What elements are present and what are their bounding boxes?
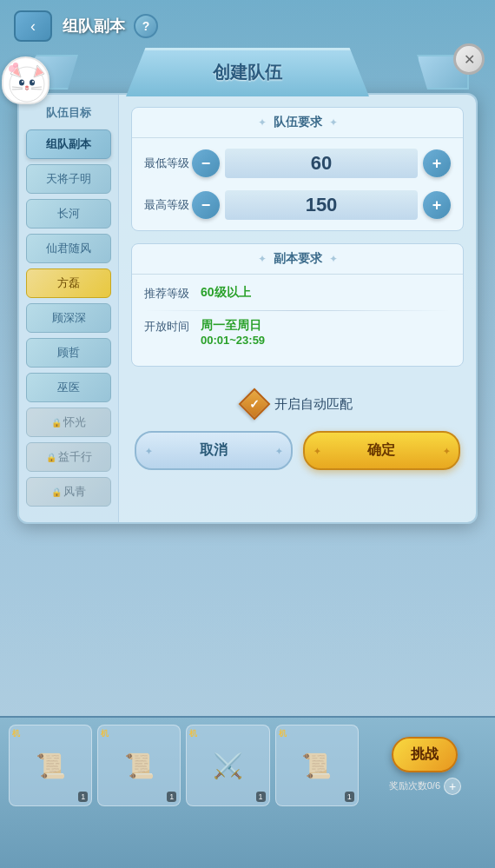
star-right: ✦ xyxy=(329,116,338,129)
min-level-decrease-button[interactable]: − xyxy=(192,149,220,177)
slot-4[interactable]: 机 📜 1 xyxy=(275,725,359,806)
mascot xyxy=(2,56,63,117)
max-level-value: 150 xyxy=(225,190,418,220)
slot-3-badge: 1 xyxy=(256,792,266,802)
lock-icon-huaiguang: 🔒 xyxy=(51,418,62,427)
svg-line-13 xyxy=(31,89,42,90)
help-icon: ? xyxy=(142,19,150,33)
sidebar-item-gushen[interactable]: 顾深深 xyxy=(26,303,111,333)
sidebar-item-label-changhe: 长河 xyxy=(57,207,80,220)
add-reward-button[interactable]: + xyxy=(444,778,461,795)
svg-point-15 xyxy=(13,63,18,68)
reward-count: 奖励次数0/6 + xyxy=(389,778,461,795)
challenge-button[interactable]: 挑战 xyxy=(392,737,458,772)
auto-match-label: 开启自动匹配 xyxy=(274,396,353,413)
min-level-value: 60 xyxy=(225,149,418,178)
slot-1[interactable]: 机 📜 1 xyxy=(9,725,92,806)
star-left-2: ✦ xyxy=(258,253,267,265)
sidebar-item-label-guzhe: 顾哲 xyxy=(57,346,80,359)
close-button[interactable]: ✕ xyxy=(453,43,485,75)
mascot-body xyxy=(2,56,50,104)
content-area: ✦ 队伍要求 ✦ 最低等级 − 60 + 最高等级 xyxy=(119,95,476,522)
slot-1-badge: 1 xyxy=(78,792,88,802)
slot-1-icon: 📜 xyxy=(36,752,66,780)
dungeon-req-header: ✦ 副本要求 ✦ xyxy=(132,244,463,274)
team-requirements-box: ✦ 队伍要求 ✦ 最低等级 − 60 + 最高等级 xyxy=(131,107,464,231)
team-req-header: ✦ 队伍要求 ✦ xyxy=(132,108,463,137)
max-level-row: 最高等级 − 150 + xyxy=(144,190,451,220)
confirm-button[interactable]: 确定 xyxy=(303,431,461,470)
sidebar-item-xianjun[interactable]: 仙君随风 xyxy=(26,234,111,263)
sidebar-item-wuyi[interactable]: 巫医 xyxy=(26,373,111,402)
recommended-level-row: 推荐等级 60级以上 xyxy=(144,285,451,301)
back-icon: ‹ xyxy=(30,17,36,36)
open-time-row: 开放时间 周一至周日 00:01~23:59 xyxy=(144,318,451,347)
lock-icon-fengqing: 🔒 xyxy=(51,487,62,497)
dungeon-req-content: 推荐等级 60级以上 开放时间 周一至周日 00:01~23:59 xyxy=(132,274,463,366)
min-level-label: 最低等级 xyxy=(144,156,192,171)
sidebar-item-label-wuyi: 巫医 xyxy=(57,381,80,394)
sidebar-item-dungeon[interactable]: 组队副本 xyxy=(26,129,111,159)
slot-4-corner: 机 xyxy=(279,728,287,739)
sidebar-item-label-xianjun: 仙君随风 xyxy=(46,242,91,255)
recommended-level-value: 60级以上 xyxy=(201,285,251,301)
min-level-row: 最低等级 − 60 + xyxy=(144,149,451,178)
help-button[interactable]: ? xyxy=(134,14,158,38)
slot-4-icon: 📜 xyxy=(301,752,332,780)
sidebar-item-label-yiqian: 益千行 xyxy=(58,450,92,463)
modal-body: 队伍目标 组队副本 天将子明 长河 仙君随风 方磊 顾深深 顾哲 xyxy=(17,93,478,524)
sidebar-item-guzhe[interactable]: 顾哲 xyxy=(26,338,111,368)
slot-2[interactable]: 机 📜 1 xyxy=(97,725,181,806)
slot-2-badge: 1 xyxy=(167,792,176,802)
recommended-level-label: 推荐等级 xyxy=(144,285,201,301)
svg-line-11 xyxy=(12,89,23,90)
open-time-value: 周一至周日 00:01~23:59 xyxy=(201,318,265,347)
req-divider xyxy=(144,310,451,311)
max-level-label: 最高等级 xyxy=(144,197,192,213)
svg-point-8 xyxy=(32,81,34,83)
sidebar-item-label-fengqing: 风青 xyxy=(63,485,86,498)
svg-point-5 xyxy=(19,80,24,86)
bottom-bar: 机 📜 1 机 📜 1 机 ⚔️ 1 机 📜 1 挑战 奖励次数0/6 + xyxy=(0,716,495,868)
dungeon-req-title: 副本要求 xyxy=(274,251,322,267)
open-time-label: 开放时间 xyxy=(144,318,201,335)
modal-title-bar: 创建队伍 ✕ xyxy=(17,48,478,96)
modal-wrapper: 创建队伍 ✕ xyxy=(17,48,478,716)
sidebar: 队伍目标 组队副本 天将子明 长河 仙君随风 方磊 顾深深 顾哲 xyxy=(19,95,119,522)
auto-match-row: 开启自动匹配 xyxy=(131,379,464,422)
back-button[interactable]: ‹ xyxy=(14,10,52,42)
cancel-button[interactable]: 取消 xyxy=(135,431,293,470)
open-time-line1: 周一至周日 xyxy=(201,318,265,334)
sidebar-item-yiqian[interactable]: 🔒益千行 xyxy=(26,442,111,472)
team-req-title: 队伍要求 xyxy=(274,115,322,130)
sidebar-item-huaiguang[interactable]: 🔒怀光 xyxy=(26,407,111,437)
sidebar-item-label-dungeon: 组队副本 xyxy=(46,137,91,150)
max-level-decrease-button[interactable]: − xyxy=(192,191,220,219)
sidebar-item-changhe[interactable]: 长河 xyxy=(26,199,111,229)
max-level-increase-button[interactable]: + xyxy=(423,191,451,219)
sidebar-item-label-huaiguang: 怀光 xyxy=(63,415,86,428)
sidebar-item-label-tianjiang: 天将子明 xyxy=(46,172,91,185)
auto-match-checkbox[interactable] xyxy=(238,388,270,421)
slot-2-corner: 机 xyxy=(101,728,109,739)
page-title: 组队副本 xyxy=(63,16,125,36)
max-level-control: − 150 + xyxy=(192,190,451,220)
slot-3-icon: ⚔️ xyxy=(213,752,243,780)
team-req-content: 最低等级 − 60 + 最高等级 − 150 + xyxy=(132,137,463,230)
sidebar-item-fengqing[interactable]: 🔒风青 xyxy=(26,477,111,507)
slot-3[interactable]: 机 ⚔️ 1 xyxy=(186,725,269,806)
star-right-2: ✦ xyxy=(329,253,338,265)
min-level-increase-button[interactable]: + xyxy=(423,149,451,177)
reward-count-text: 奖励次数0/6 xyxy=(389,779,440,792)
slot-1-corner: 机 xyxy=(12,728,20,739)
modal-title: 创建队伍 xyxy=(213,61,282,84)
sidebar-item-tianjiang[interactable]: 天将子明 xyxy=(26,164,111,194)
sidebar-item-fanglei[interactable]: 方磊 xyxy=(26,268,111,298)
svg-point-9 xyxy=(25,86,29,89)
slot-4-badge: 1 xyxy=(345,792,354,802)
star-left: ✦ xyxy=(258,116,267,129)
sidebar-item-label-gushen: 顾深深 xyxy=(52,311,86,324)
min-level-control: − 60 + xyxy=(192,149,451,178)
svg-point-7 xyxy=(22,81,23,83)
button-row: 取消 确定 xyxy=(131,422,464,474)
